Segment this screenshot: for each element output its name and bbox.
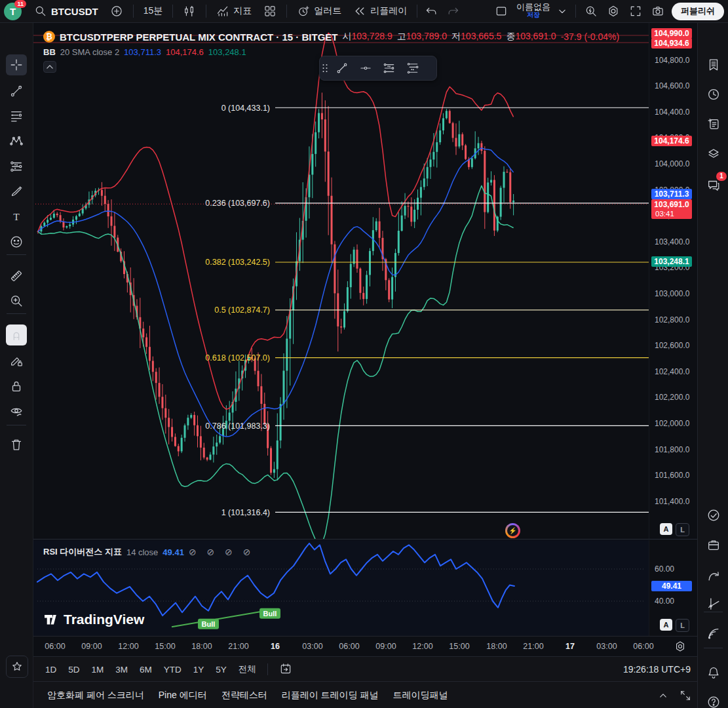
rsi-axis[interactable]: 60.0040.0049.41AL xyxy=(649,540,698,636)
circlecheck-sidebar-button[interactable] xyxy=(703,505,724,526)
briefcase-sidebar-button[interactable] xyxy=(703,534,724,555)
price-badge: 103,691.003:41 xyxy=(651,199,692,219)
legend-collapse-button[interactable] xyxy=(43,61,56,73)
tab-strategy-tester[interactable]: 전략테스터 xyxy=(221,690,267,701)
sidebar-divider xyxy=(704,648,723,648)
redo-button[interactable] xyxy=(442,2,463,20)
time-axis[interactable]: 06:0009:0012:0015:0018:0021:001603:0006:… xyxy=(33,636,697,657)
bell-sidebar-button[interactable] xyxy=(703,662,724,683)
rsi-value-badge: 49.41 xyxy=(651,581,692,591)
toolbar-divider xyxy=(7,425,26,425)
trash-icon xyxy=(9,437,24,452)
clock-sidebar-button[interactable] xyxy=(703,84,724,105)
pencillock-tool[interactable] xyxy=(6,350,27,371)
magnet-tool[interactable] xyxy=(6,324,27,345)
symbol-search-button[interactable]: BTCUSDT xyxy=(28,2,104,20)
curvearrow-sidebar-button[interactable] xyxy=(703,565,724,586)
price-badge: 104,174.6 xyxy=(651,136,692,146)
clock-utc[interactable]: 19:26:18 UTC+9 xyxy=(623,664,691,675)
brush-tool[interactable] xyxy=(6,181,27,202)
auto-scale-button[interactable]: A xyxy=(660,523,672,535)
log-scale-button[interactable]: L xyxy=(676,523,689,536)
eyeslash-tool[interactable] xyxy=(6,401,27,422)
user-avatar[interactable]: T 11 xyxy=(4,3,22,20)
range-button-ytd[interactable]: YTD xyxy=(159,662,187,677)
range-button-1d[interactable]: 1D xyxy=(40,662,62,677)
fib-extension-tool-button[interactable] xyxy=(401,58,425,78)
redo-icon xyxy=(446,5,459,18)
tab-trading-panel[interactable]: 트레이딩패널 xyxy=(393,690,448,701)
time-axis-label: 15:00 xyxy=(449,642,469,651)
chart-style-button[interactable] xyxy=(177,2,202,20)
rsi-log-scale-button[interactable]: L xyxy=(676,619,689,632)
projection-tool[interactable] xyxy=(6,156,27,177)
toolbar-separator xyxy=(206,5,206,18)
smiley-tool[interactable] xyxy=(6,231,27,252)
favorites-drawer-button[interactable] xyxy=(6,656,28,678)
watchlist-sidebar-button[interactable] xyxy=(703,54,724,75)
fib-tool[interactable] xyxy=(6,106,27,127)
expand-panel-chevron[interactable] xyxy=(657,689,670,702)
tab-replay-trading-panel[interactable]: 리플레이 트레이딩 패널 xyxy=(282,690,379,701)
fib-retracement-tool-button[interactable] xyxy=(377,58,401,78)
question-sidebar-button[interactable] xyxy=(703,692,724,708)
fullscreen-button[interactable] xyxy=(624,2,647,20)
trendline-tool[interactable] xyxy=(6,81,27,102)
indicator-templates-button[interactable] xyxy=(258,2,282,20)
trendline-tool-button[interactable] xyxy=(330,58,354,78)
indicators-button[interactable]: 지표 xyxy=(210,2,258,20)
toolbar-separator xyxy=(417,5,417,18)
main-chart[interactable]: 0 (104,433.1)0.236 (103,697.6)0.382 (103… xyxy=(33,22,649,539)
snapshot-button[interactable] xyxy=(647,2,669,20)
drag-handle-icon[interactable] xyxy=(320,62,330,75)
replay-button[interactable]: 리플레이 xyxy=(347,2,413,20)
rsi-auto-scale-button[interactable]: A xyxy=(660,619,672,631)
quick-search-button[interactable] xyxy=(580,2,602,20)
layout-name-button[interactable]: 이름없음 저장 xyxy=(514,3,553,19)
range-button-6m[interactable]: 6M xyxy=(134,662,157,677)
tab-pine-editor[interactable]: Pine 에디터 xyxy=(159,690,207,701)
zoomin-tool[interactable] xyxy=(6,290,27,311)
bell-icon xyxy=(706,665,721,680)
lock-tool[interactable] xyxy=(6,376,27,397)
price-axis[interactable]: 104,800.0104,600.0104,400.0104,200.0104,… xyxy=(649,22,698,539)
layers-sidebar-button[interactable] xyxy=(703,143,724,164)
interval-button[interactable]: 15분 xyxy=(138,2,169,20)
publish-button[interactable]: 퍼블리쉬 xyxy=(672,3,724,20)
alert-button[interactable]: 얼러트 xyxy=(291,2,347,20)
compare-add-symbol-button[interactable] xyxy=(104,2,129,20)
range-button-5y[interactable]: 5Y xyxy=(210,662,232,677)
save-label[interactable]: 저장 xyxy=(527,11,540,19)
rsi-indicator-legend[interactable]: RSI 다이버전스 지표 14 close 49.41 ⊘ ⊘ ⊘ ⊘ xyxy=(43,546,254,558)
legend-title[interactable]: BTCUSDTPERP PERPETUAL MIX CONTRACT · 15 … xyxy=(60,31,337,43)
waves-sidebar-button[interactable] xyxy=(703,623,724,644)
range-button-3m[interactable]: 3M xyxy=(110,662,133,677)
trash-tool[interactable] xyxy=(6,434,27,455)
tab-crypto-pair-screener[interactable]: 암호화폐 페어 스크리너 xyxy=(47,690,144,701)
svg-text:0.382 (103,242.5): 0.382 (103,242.5) xyxy=(205,258,270,267)
range-button-1y[interactable]: 1Y xyxy=(188,662,210,677)
noteplus-sidebar-button[interactable] xyxy=(703,113,724,134)
horizontal-line-tool-button[interactable] xyxy=(354,58,377,78)
layout-select-button[interactable] xyxy=(489,2,514,20)
range-button-1m[interactable]: 1M xyxy=(86,662,109,677)
pane-separator[interactable] xyxy=(33,539,697,540)
chat-sidebar-button[interactable]: 1 xyxy=(703,174,724,195)
eyeslash-icon xyxy=(9,404,24,418)
text-tool[interactable]: T xyxy=(6,206,27,227)
floating-badge-icon[interactable]: ⚡ xyxy=(505,523,520,538)
range-button-5d[interactable]: 5D xyxy=(63,662,85,677)
briefcase-icon xyxy=(706,538,721,552)
price-axis-tick: 102,000.0 xyxy=(655,419,689,428)
time-axis-settings-button[interactable] xyxy=(674,640,687,656)
go-to-date-button[interactable] xyxy=(274,659,297,680)
crosshair-tool[interactable] xyxy=(6,54,27,75)
maximize-panel-icon[interactable] xyxy=(679,689,692,702)
undo-button[interactable] xyxy=(421,2,442,20)
ruler-tool[interactable] xyxy=(6,266,27,286)
range-button-전체[interactable]: 전체 xyxy=(233,661,261,678)
xabcd-tool[interactable] xyxy=(6,130,27,151)
price-axis-tick: 102,800.0 xyxy=(655,315,689,324)
layout-menu-chevron[interactable] xyxy=(553,2,571,20)
chart-settings-button[interactable] xyxy=(602,2,624,20)
